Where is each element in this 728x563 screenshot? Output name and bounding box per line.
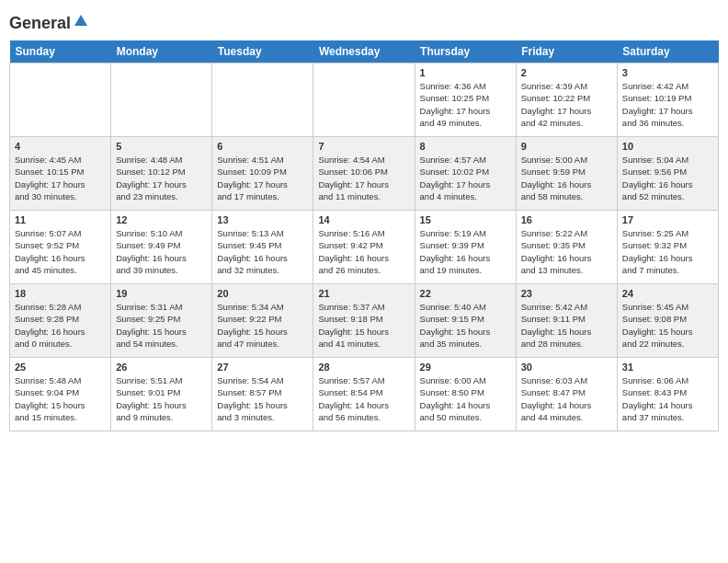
logo: General	[9, 9, 89, 33]
day-info: Sunrise: 6:00 AMSunset: 8:50 PMDaylight:…	[420, 374, 511, 423]
day-info: Sunrise: 5:00 AMSunset: 9:59 PMDaylight:…	[521, 154, 612, 202]
day-number: 14	[318, 214, 409, 225]
day-info: Sunrise: 5:40 AMSunset: 9:15 PMDaylight:…	[420, 301, 511, 350]
day-number: 19	[116, 288, 207, 299]
day-info: Sunrise: 5:28 AMSunset: 9:28 PMDaylight:…	[15, 301, 106, 350]
svg-marker-0	[74, 15, 87, 26]
day-number: 22	[420, 288, 511, 299]
header: General	[9, 9, 719, 33]
day-info: Sunrise: 5:13 AMSunset: 9:45 PMDaylight:…	[217, 227, 308, 276]
day-info: Sunrise: 5:16 AMSunset: 9:42 PMDaylight:…	[318, 227, 409, 276]
calendar-cell: 14Sunrise: 5:16 AMSunset: 9:42 PMDayligh…	[313, 211, 415, 284]
calendar-cell: 20Sunrise: 5:34 AMSunset: 9:22 PMDayligh…	[212, 284, 313, 358]
calendar-cell: 24Sunrise: 5:45 AMSunset: 9:08 PMDayligh…	[617, 284, 718, 358]
day-number: 23	[521, 288, 612, 299]
day-number: 4	[15, 141, 106, 152]
day-number: 3	[622, 67, 713, 78]
calendar-cell: 28Sunrise: 5:57 AMSunset: 8:54 PMDayligh…	[313, 358, 415, 431]
day-number: 30	[521, 362, 612, 373]
day-number: 13	[217, 214, 308, 225]
calendar-cell: 3Sunrise: 4:42 AMSunset: 10:19 PMDayligh…	[617, 63, 718, 137]
calendar-cell: 31Sunrise: 6:06 AMSunset: 8:43 PMDayligh…	[617, 358, 718, 431]
day-number: 8	[420, 141, 511, 152]
day-info: Sunrise: 5:45 AMSunset: 9:08 PMDaylight:…	[622, 301, 713, 350]
day-info: Sunrise: 4:51 AMSunset: 10:09 PMDaylight…	[217, 154, 308, 202]
col-header-sunday: Sunday	[10, 40, 111, 63]
day-number: 20	[217, 288, 308, 299]
calendar-cell	[111, 63, 212, 137]
day-number: 25	[15, 362, 106, 373]
day-info: Sunrise: 5:25 AMSunset: 9:32 PMDaylight:…	[622, 227, 713, 276]
day-info: Sunrise: 4:45 AMSunset: 10:15 PMDaylight…	[15, 154, 106, 202]
day-number: 17	[622, 214, 713, 225]
day-number: 7	[318, 141, 409, 152]
calendar-cell: 13Sunrise: 5:13 AMSunset: 9:45 PMDayligh…	[212, 211, 313, 284]
day-number: 5	[116, 141, 207, 152]
day-number: 21	[318, 288, 409, 299]
calendar-cell: 22Sunrise: 5:40 AMSunset: 9:15 PMDayligh…	[415, 284, 516, 358]
day-number: 9	[521, 141, 612, 152]
day-info: Sunrise: 5:19 AMSunset: 9:39 PMDaylight:…	[420, 227, 511, 276]
day-info: Sunrise: 4:42 AMSunset: 10:19 PMDaylight…	[622, 80, 713, 129]
day-info: Sunrise: 5:42 AMSunset: 9:11 PMDaylight:…	[521, 301, 612, 350]
day-number: 10	[622, 141, 713, 152]
calendar-cell: 25Sunrise: 5:48 AMSunset: 9:04 PMDayligh…	[10, 358, 111, 431]
day-info: Sunrise: 5:57 AMSunset: 8:54 PMDaylight:…	[318, 374, 409, 423]
col-header-saturday: Saturday	[617, 40, 718, 63]
day-info: Sunrise: 6:06 AMSunset: 8:43 PMDaylight:…	[622, 374, 713, 423]
day-number: 12	[116, 214, 207, 225]
day-info: Sunrise: 5:37 AMSunset: 9:18 PMDaylight:…	[318, 301, 409, 350]
day-info: Sunrise: 5:48 AMSunset: 9:04 PMDaylight:…	[15, 374, 106, 423]
calendar-cell: 12Sunrise: 5:10 AMSunset: 9:49 PMDayligh…	[111, 211, 212, 284]
calendar-cell: 26Sunrise: 5:51 AMSunset: 9:01 PMDayligh…	[111, 358, 212, 431]
day-info: Sunrise: 5:51 AMSunset: 9:01 PMDaylight:…	[116, 374, 207, 423]
day-info: Sunrise: 4:54 AMSunset: 10:06 PMDaylight…	[318, 154, 409, 202]
calendar-cell: 11Sunrise: 5:07 AMSunset: 9:52 PMDayligh…	[10, 211, 111, 284]
day-info: Sunrise: 5:54 AMSunset: 8:57 PMDaylight:…	[217, 374, 308, 423]
col-header-tuesday: Tuesday	[212, 40, 313, 63]
day-number: 6	[217, 141, 308, 152]
col-header-friday: Friday	[516, 40, 617, 63]
day-info: Sunrise: 5:31 AMSunset: 9:25 PMDaylight:…	[116, 301, 207, 350]
col-header-thursday: Thursday	[415, 40, 516, 63]
col-header-monday: Monday	[111, 40, 212, 63]
day-number: 11	[15, 214, 106, 225]
calendar-cell: 15Sunrise: 5:19 AMSunset: 9:39 PMDayligh…	[415, 211, 516, 284]
calendar-cell: 5Sunrise: 4:48 AMSunset: 10:12 PMDayligh…	[111, 137, 212, 211]
calendar-cell: 17Sunrise: 5:25 AMSunset: 9:32 PMDayligh…	[617, 211, 718, 284]
calendar-cell: 19Sunrise: 5:31 AMSunset: 9:25 PMDayligh…	[111, 284, 212, 358]
day-info: Sunrise: 4:36 AMSunset: 10:25 PMDaylight…	[420, 80, 511, 129]
calendar-cell: 8Sunrise: 4:57 AMSunset: 10:02 PMDayligh…	[415, 137, 516, 211]
logo-icon	[73, 13, 89, 33]
day-info: Sunrise: 4:39 AMSunset: 10:22 PMDaylight…	[521, 80, 612, 129]
calendar-cell: 21Sunrise: 5:37 AMSunset: 9:18 PMDayligh…	[313, 284, 415, 358]
day-info: Sunrise: 5:34 AMSunset: 9:22 PMDaylight:…	[217, 301, 308, 350]
day-info: Sunrise: 4:48 AMSunset: 10:12 PMDaylight…	[116, 154, 207, 202]
day-info: Sunrise: 5:04 AMSunset: 9:56 PMDaylight:…	[622, 154, 713, 202]
day-info: Sunrise: 5:10 AMSunset: 9:49 PMDaylight:…	[116, 227, 207, 276]
day-number: 24	[622, 288, 713, 299]
day-number: 15	[420, 214, 511, 225]
day-number: 28	[318, 362, 409, 373]
day-number: 1	[420, 67, 511, 78]
logo-general: General	[9, 14, 71, 33]
day-info: Sunrise: 5:07 AMSunset: 9:52 PMDaylight:…	[15, 227, 106, 276]
calendar-cell: 27Sunrise: 5:54 AMSunset: 8:57 PMDayligh…	[212, 358, 313, 431]
calendar-cell: 9Sunrise: 5:00 AMSunset: 9:59 PMDaylight…	[516, 137, 617, 211]
day-number: 27	[217, 362, 308, 373]
calendar-cell	[313, 63, 415, 137]
calendar-cell: 16Sunrise: 5:22 AMSunset: 9:35 PMDayligh…	[516, 211, 617, 284]
calendar-cell: 18Sunrise: 5:28 AMSunset: 9:28 PMDayligh…	[10, 284, 111, 358]
calendar-cell: 1Sunrise: 4:36 AMSunset: 10:25 PMDayligh…	[415, 63, 516, 137]
day-number: 31	[622, 362, 713, 373]
day-number: 18	[15, 288, 106, 299]
calendar-cell	[212, 63, 313, 137]
day-info: Sunrise: 6:03 AMSunset: 8:47 PMDaylight:…	[521, 374, 612, 423]
calendar-cell: 29Sunrise: 6:00 AMSunset: 8:50 PMDayligh…	[415, 358, 516, 431]
col-header-wednesday: Wednesday	[313, 40, 415, 63]
calendar-cell: 30Sunrise: 6:03 AMSunset: 8:47 PMDayligh…	[516, 358, 617, 431]
calendar-cell	[10, 63, 111, 137]
calendar-cell: 2Sunrise: 4:39 AMSunset: 10:22 PMDayligh…	[516, 63, 617, 137]
day-number: 16	[521, 214, 612, 225]
calendar-cell: 4Sunrise: 4:45 AMSunset: 10:15 PMDayligh…	[10, 137, 111, 211]
